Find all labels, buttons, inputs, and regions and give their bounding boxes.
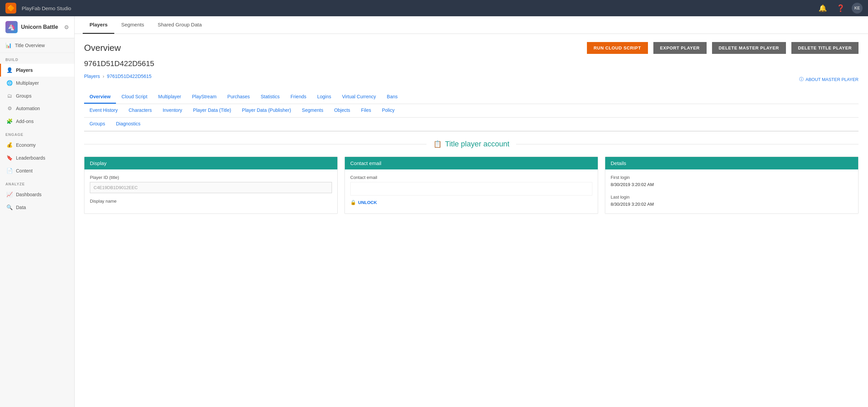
run-cloud-script-button[interactable]: RUN CLOUD SCRIPT	[587, 42, 648, 54]
title-overview-icon: 📊	[5, 42, 12, 48]
tab-friends[interactable]: Friends	[285, 90, 312, 104]
tab-cloud-script[interactable]: Cloud Script	[116, 90, 153, 104]
content-label: Content	[16, 168, 33, 174]
title-overview-label: Title Overview	[15, 43, 45, 48]
player-id-title-label: Player ID (title)	[90, 175, 332, 180]
dashboards-icon: 📈	[6, 191, 13, 198]
last-login-label: Last login	[611, 195, 853, 200]
sidebar-item-addons[interactable]: 🧩 Add-ons	[0, 115, 74, 128]
info-circle-icon: ⓘ	[799, 76, 804, 82]
tab-event-history[interactable]: Event History	[84, 104, 123, 117]
tab-overview[interactable]: Overview	[84, 90, 116, 104]
delete-master-player-button[interactable]: DELETE MASTER PLAYER	[712, 42, 786, 54]
sidebar-item-leaderboards[interactable]: 🔖 Leaderboards	[0, 151, 74, 164]
details-card: Details First login 8/30/2019 3:20:02 AM…	[605, 157, 859, 214]
unlock-button[interactable]: 🔒 UNLOCK	[350, 200, 592, 205]
dashboards-label: Dashboards	[16, 192, 42, 197]
tab-files[interactable]: Files	[356, 104, 377, 117]
contact-email-card-body: Contact email 🔒 UNLOCK	[345, 169, 598, 210]
tab-groups-player[interactable]: Groups	[84, 118, 111, 131]
tab-diagnostics[interactable]: Diagnostics	[111, 118, 146, 131]
display-card-body: Player ID (title) Display name	[84, 169, 337, 211]
help-icon[interactable]: ❓	[834, 3, 848, 14]
contact-email-card-header: Contact email	[345, 157, 598, 169]
lock-icon: 🔒	[350, 200, 356, 205]
user-avatar[interactable]: KE	[852, 3, 863, 14]
tab-policy[interactable]: Policy	[376, 104, 400, 117]
studio-title: PlayFab Demo Studio	[22, 5, 71, 11]
nav-tabs-row1: Overview Cloud Script Multiplayer PlaySt…	[84, 90, 859, 104]
sidebar-item-dashboards[interactable]: 📈 Dashboards	[0, 188, 74, 201]
export-player-button[interactable]: EXPORT PLAYER	[653, 42, 707, 54]
sidebar-item-automation[interactable]: ⚙ Automation	[0, 102, 74, 115]
game-icon: 🦄	[5, 21, 18, 33]
about-master-label: ABOUT MASTER PLAYER	[806, 77, 859, 82]
addons-icon: 🧩	[6, 118, 13, 124]
player-id-title-input[interactable]	[90, 182, 332, 193]
game-name: Unicorn Battle	[21, 24, 58, 30]
sub-header: Players Segments Shared Group Data	[75, 16, 868, 34]
settings-gear-icon[interactable]: ⚙	[64, 24, 69, 30]
breadcrumb-current: 9761D51D422D5615	[107, 74, 152, 79]
player-id-display: 9761D51D422D5615	[84, 59, 859, 68]
main-content: Players Segments Shared Group Data Overv…	[75, 16, 868, 407]
nav-tabs-row3: Groups Diagnostics	[84, 118, 859, 131]
display-card: Display Player ID (title) Display name	[84, 157, 338, 214]
groups-label: Groups	[16, 93, 32, 99]
economy-label: Economy	[16, 142, 36, 148]
tab-logins[interactable]: Logins	[312, 90, 336, 104]
tab-multiplayer[interactable]: Multiplayer	[153, 90, 187, 104]
tab-player-data-title[interactable]: Player Data (Title)	[188, 104, 236, 117]
last-login-value: 8/30/2019 3:20:02 AM	[611, 202, 853, 207]
section-label-build: BUILD	[0, 53, 74, 64]
sidebar: 🦄 Unicorn Battle ⚙ 📊 Title Overview BUIL…	[0, 16, 75, 407]
breadcrumb-players-link[interactable]: Players	[84, 74, 100, 79]
multiplayer-label: Multiplayer	[16, 80, 39, 86]
tab-bans[interactable]: Bans	[381, 90, 403, 104]
leaderboards-icon: 🔖	[6, 155, 13, 161]
economy-icon: 💰	[6, 142, 13, 148]
tab-shared-group-data[interactable]: Shared Group Data	[151, 16, 209, 34]
sidebar-item-players[interactable]: 👤 Players	[0, 64, 74, 77]
tab-players[interactable]: Players	[83, 16, 114, 34]
page-content: Overview RUN CLOUD SCRIPT EXPORT PLAYER …	[75, 34, 868, 407]
game-selector[interactable]: 🦄 Unicorn Battle ⚙	[0, 16, 74, 38]
contact-email-card: Contact email Contact email 🔒 UNLOCK	[344, 157, 598, 214]
sidebar-item-content[interactable]: 📄 Content	[0, 164, 74, 177]
players-label: Players	[16, 67, 33, 73]
sidebar-item-economy[interactable]: 💰 Economy	[0, 139, 74, 151]
tab-statistics[interactable]: Statistics	[255, 90, 285, 104]
tab-playstream[interactable]: PlayStream	[186, 90, 222, 104]
tab-purchases[interactable]: Purchases	[222, 90, 255, 104]
display-card-header: Display	[84, 157, 337, 169]
tab-player-data-publisher[interactable]: Player Data (Publisher)	[237, 104, 297, 117]
sidebar-item-multiplayer[interactable]: 🌐 Multiplayer	[0, 77, 74, 89]
contact-email-label: Contact email	[350, 175, 592, 180]
tab-characters[interactable]: Characters	[123, 104, 157, 117]
details-card-header: Details	[605, 157, 858, 169]
display-name-label: Display name	[90, 199, 332, 204]
section-label-analyze: ANALYZE	[0, 177, 74, 188]
playfab-logo: 🔶	[5, 3, 16, 14]
groups-icon: 🗂	[6, 93, 13, 99]
sidebar-item-title-overview[interactable]: 📊 Title Overview	[0, 38, 74, 53]
first-login-label: First login	[611, 175, 853, 180]
players-icon: 👤	[6, 67, 13, 73]
automation-label: Automation	[16, 106, 40, 111]
notifications-icon[interactable]: 🔔	[816, 3, 830, 14]
tab-inventory[interactable]: Inventory	[157, 104, 188, 117]
player-cards: Display Player ID (title) Display name C…	[84, 157, 859, 214]
title-player-section-divider: 📋 Title player account	[84, 140, 859, 148]
delete-title-player-button[interactable]: DELETE TITLE PLAYER	[791, 42, 859, 54]
breadcrumb-separator: ›	[103, 74, 104, 79]
overview-title: Overview	[84, 43, 121, 53]
sidebar-item-data[interactable]: 🔍 Data	[0, 201, 74, 214]
sidebar-item-groups[interactable]: 🗂 Groups	[0, 89, 74, 102]
breadcrumb: Players › 9761D51D422D5615	[84, 74, 152, 79]
tab-objects[interactable]: Objects	[329, 104, 355, 117]
tab-segments[interactable]: Segments	[114, 16, 151, 34]
multiplayer-icon: 🌐	[6, 80, 13, 86]
about-master-player-link[interactable]: ⓘ ABOUT MASTER PLAYER	[799, 76, 859, 82]
tab-virtual-currency[interactable]: Virtual Currency	[337, 90, 381, 104]
tab-segments-player[interactable]: Segments	[296, 104, 329, 117]
